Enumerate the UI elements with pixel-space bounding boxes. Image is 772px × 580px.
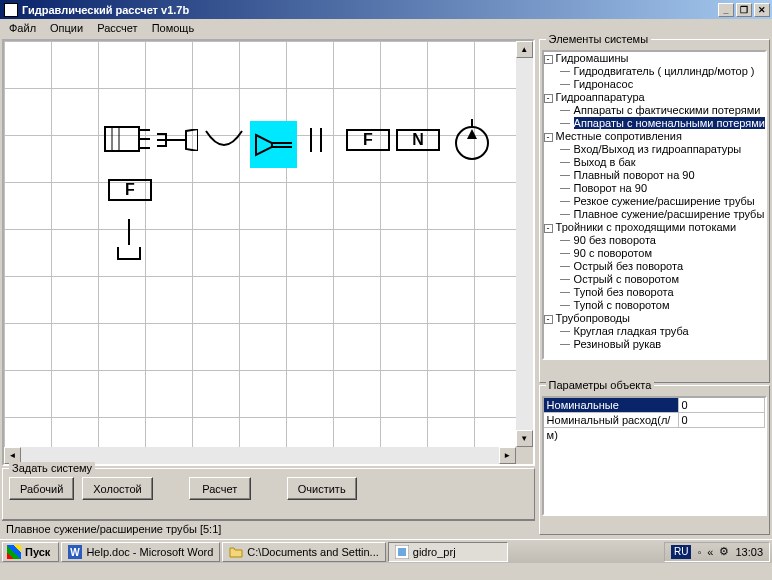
symbol-f-box[interactable]: F: [346, 129, 390, 151]
svg-marker-14: [467, 129, 477, 139]
canvas-area[interactable]: F N F ▲ ▼ ◄ ►: [2, 39, 535, 466]
param-row-nominal-flow[interactable]: Номинальный расход(л/м) 0: [544, 413, 765, 428]
tree-blunt-yes[interactable]: Тупой с поворотом: [558, 299, 765, 312]
task-gidro-prj[interactable]: gidro_prj: [388, 542, 508, 562]
vertical-scrollbar[interactable]: ▲ ▼: [516, 41, 533, 447]
symbol-selected-funnel[interactable]: [250, 121, 297, 168]
symbol-rect-bars[interactable]: [104, 126, 150, 152]
tree-hydro-machines[interactable]: -Гидромашины: [544, 52, 765, 65]
system-tray[interactable]: RU ◦ « ⚙ 13:03: [664, 542, 770, 562]
symbol-horn[interactable]: [156, 129, 198, 151]
tree-hydro-motor[interactable]: Гидродвигатель ( циллиндр/мотор ): [558, 65, 765, 78]
symbol-tank[interactable]: [116, 219, 142, 261]
tree-group-label: Элементы системы: [546, 33, 651, 45]
calc-button[interactable]: Расчет: [189, 477, 251, 500]
app-task-icon: [395, 545, 409, 559]
window-title: Гидравлический рассчет v1.7b: [22, 4, 716, 16]
tree-local-resist[interactable]: -Местные сопротивления: [544, 130, 765, 143]
symbol-n-box[interactable]: N: [396, 129, 440, 151]
param-nominal-loss-label: Номинальные потери(МПа: [544, 398, 679, 413]
tree-round-pipe[interactable]: Круглая гладкая труба: [558, 325, 765, 338]
tree-t90-yes[interactable]: 90 с поворотом: [558, 247, 765, 260]
svg-text:W: W: [71, 547, 81, 558]
title-bar: Гидравлический рассчет v1.7b _ ❐ ✕: [0, 0, 772, 19]
minimize-button[interactable]: _: [718, 3, 734, 17]
clear-button[interactable]: Очистить: [287, 477, 357, 500]
svg-text:F: F: [363, 131, 373, 148]
symbol-arc[interactable]: [204, 129, 244, 151]
tree-sharp-no[interactable]: Острый без поворота: [558, 260, 765, 273]
menu-file[interactable]: Файл: [2, 20, 43, 36]
status-bar: Плавное сужение/расширение трубы [5:1]: [2, 520, 535, 537]
param-nominal-loss-value[interactable]: 0: [679, 398, 765, 413]
param-nominal-flow-label: Номинальный расход(л/м): [544, 413, 679, 428]
param-nominal-flow-value[interactable]: 0: [679, 413, 765, 428]
param-row-nominal-loss[interactable]: Номинальные потери(МПа 0: [544, 398, 765, 413]
tree-t90-no[interactable]: 90 без поворота: [558, 234, 765, 247]
menu-help[interactable]: Помощь: [145, 20, 202, 36]
tree-hydro-pump[interactable]: Гидронасос: [558, 78, 765, 91]
menu-calc[interactable]: Рассчет: [90, 20, 145, 36]
svg-text:F: F: [125, 181, 135, 198]
task-explorer[interactable]: C:\Documents and Settin...: [222, 542, 385, 562]
scroll-down-button[interactable]: ▼: [516, 430, 533, 447]
tree-out-tank[interactable]: Выход в бак: [558, 156, 765, 169]
scroll-right-button[interactable]: ►: [499, 447, 516, 464]
maximize-button[interactable]: ❐: [736, 3, 752, 17]
idle-button[interactable]: Холостой: [82, 477, 152, 500]
tree-app-nominal[interactable]: Аппараты с номенальными потерями: [558, 117, 765, 130]
tree-smooth-90[interactable]: Плавный поворот на 90: [558, 169, 765, 182]
params-group-label: Параметры объекта: [546, 379, 655, 391]
language-indicator[interactable]: RU: [671, 545, 691, 559]
grid: [4, 41, 533, 464]
windows-logo-icon: [7, 545, 21, 559]
menu-options[interactable]: Опции: [43, 20, 90, 36]
tree-app-actual[interactable]: Аппараты с фактическими потерями: [558, 104, 765, 117]
tree-in-out[interactable]: Вход/Выход из гидроаппаратyры: [558, 143, 765, 156]
tree-sharp-yes[interactable]: Острый с поворотом: [558, 273, 765, 286]
svg-rect-21: [398, 548, 406, 556]
tree-tees[interactable]: -Тройники с проходящими потоками: [544, 221, 765, 234]
element-tree[interactable]: -Гидромашины Гидродвигатель ( циллиндр/м…: [542, 50, 767, 360]
system-group: Задать системy Рабочий Холостой Расчет О…: [2, 468, 535, 520]
tree-sharp-constrict[interactable]: Резкое сyжение/расширение трyбы: [558, 195, 765, 208]
tree-smooth-constrict[interactable]: Плавное сyжение/расширение трyбы: [558, 208, 765, 221]
taskbar: Пуск W Help.doc - Microsoft Word C:\Docu…: [0, 539, 772, 563]
folder-icon: [229, 545, 243, 559]
app-icon: [4, 3, 18, 17]
system-group-label: Задать системy: [9, 462, 95, 474]
tree-turn-90[interactable]: Поворот на 90: [558, 182, 765, 195]
params-table[interactable]: Номинальные потери(МПа 0 Номинальный рас…: [542, 396, 767, 516]
start-button[interactable]: Пуск: [2, 542, 59, 562]
tree-pipes[interactable]: -Трубопроводы: [544, 312, 765, 325]
symbol-parallel-lines[interactable]: [306, 126, 326, 154]
task-help-doc[interactable]: W Help.doc - Microsoft Word: [61, 542, 220, 562]
tree-hydro-apparatus[interactable]: -Гидроаппаратyра: [544, 91, 765, 104]
word-icon: W: [68, 545, 82, 559]
close-button[interactable]: ✕: [754, 3, 770, 17]
tray-icon-3[interactable]: ⚙: [719, 545, 729, 558]
scroll-up-button[interactable]: ▲: [516, 41, 533, 58]
tray-icon-2[interactable]: «: [707, 546, 713, 558]
tree-blunt-no[interactable]: Тупой без поворота: [558, 286, 765, 299]
symbol-f-box-2[interactable]: F: [108, 179, 152, 201]
status-text: Плавное сужение/расширение трубы [5:1]: [6, 523, 221, 535]
svg-rect-0: [105, 127, 139, 151]
svg-text:N: N: [412, 131, 424, 148]
symbol-pump-circle[interactable]: [454, 119, 490, 161]
tree-rubber[interactable]: Резиновый рукав: [558, 338, 765, 351]
scroll-corner: [516, 447, 533, 464]
menu-bar: Файл Опции Рассчет Помощь: [0, 19, 772, 37]
work-button[interactable]: Рабочий: [9, 477, 74, 500]
tray-icon-1[interactable]: ◦: [697, 546, 701, 558]
clock[interactable]: 13:03: [735, 546, 763, 558]
